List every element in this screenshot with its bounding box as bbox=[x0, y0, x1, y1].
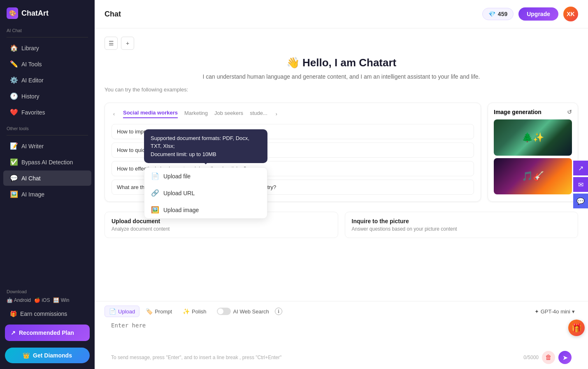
android-link[interactable]: 🤖 Android bbox=[7, 297, 31, 303]
share-float-button[interactable]: ↗ bbox=[573, 161, 588, 175]
model-sparkle-icon: ✦ bbox=[535, 308, 539, 315]
header-right: 💎 459 Upgrade XK bbox=[482, 7, 578, 21]
tab-social-media[interactable]: Social media workers bbox=[123, 110, 178, 118]
info-icon[interactable]: ℹ bbox=[275, 308, 282, 315]
ai-chat-icon: 💬 bbox=[10, 174, 17, 182]
other-tools-label: Other tools bbox=[0, 120, 95, 133]
sidebar-item-ai-image[interactable]: 🖼️ AI Image bbox=[3, 187, 91, 202]
avatar[interactable]: XK bbox=[563, 7, 578, 21]
chat-toolbar: ☰ + bbox=[105, 37, 578, 50]
list-view-button[interactable]: ☰ bbox=[105, 37, 118, 50]
doc-card-title-1: Upload document bbox=[112, 218, 331, 224]
model-selector[interactable]: ✦ GPT-4o mini ▾ bbox=[531, 306, 578, 317]
upload-url-option[interactable]: 🔗 Upload URL bbox=[144, 184, 267, 201]
recommended-plan-button[interactable]: ↗ Recommended Plan bbox=[5, 325, 90, 341]
welcome-text: Hello, I am Chatart bbox=[302, 56, 396, 69]
sidebar-item-label: AI Image bbox=[21, 191, 44, 198]
ios-link[interactable]: 🍎 iOS bbox=[34, 297, 50, 303]
send-button[interactable]: ➤ bbox=[558, 351, 572, 364]
inquire-picture-card[interactable]: Inquire to the picture Answer questions … bbox=[345, 212, 579, 238]
generated-image-2[interactable] bbox=[494, 158, 572, 194]
welcome-emoji: 👋 bbox=[286, 56, 300, 69]
right-float-buttons: ↗ ✉ 💬 bbox=[573, 161, 588, 208]
char-count: 0/5000 bbox=[523, 355, 539, 360]
tab-prev-arrow[interactable]: ‹ bbox=[112, 111, 116, 117]
polish-tab-icon: ✨ bbox=[183, 308, 190, 315]
sidebar-item-label: AI Editor bbox=[21, 77, 44, 84]
gift-float-button[interactable]: 🎁 bbox=[568, 320, 585, 336]
app-name: ChatArt bbox=[21, 9, 49, 18]
tab-students[interactable]: stude... bbox=[250, 110, 267, 118]
upload-file-icon: 📄 bbox=[151, 172, 159, 180]
credits-badge[interactable]: 💎 459 bbox=[482, 8, 514, 20]
sidebar-item-ai-tools[interactable]: ✏️ AI Tools bbox=[3, 56, 91, 72]
upload-url-icon: 🔗 bbox=[151, 189, 159, 197]
tab-marketing[interactable]: Marketing bbox=[184, 110, 208, 118]
upload-tab-label: Upload bbox=[118, 308, 135, 315]
recommended-plan-label: Recommended Plan bbox=[19, 329, 74, 336]
sidebar-item-label: Favorites bbox=[21, 109, 45, 116]
credits-count: 459 bbox=[498, 11, 507, 17]
tab-job-seekers[interactable]: Job seekers bbox=[214, 110, 243, 118]
sidebar-item-ai-chat[interactable]: 💬 AI Chat bbox=[3, 170, 91, 186]
win-link[interactable]: 🪟 Win bbox=[53, 297, 69, 303]
main-content: Chat 💎 459 Upgrade XK ☰ + 👋 Hello, I am … bbox=[95, 0, 588, 369]
bypass-ai-icon: ✅ bbox=[10, 158, 17, 166]
sidebar-item-bypass-ai[interactable]: ✅ Bypass AI Detection bbox=[3, 154, 91, 170]
discord-float-button[interactable]: 💬 bbox=[573, 194, 588, 208]
ai-image-icon: 🖼️ bbox=[10, 190, 17, 198]
sidebar-divider-2 bbox=[7, 135, 88, 135]
favorites-icon: ❤️ bbox=[10, 108, 17, 116]
history-icon: 🕐 bbox=[10, 92, 17, 100]
ai-tools-icon: ✏️ bbox=[10, 60, 17, 68]
bottom-tabs: 📄 Upload 🏷️ Prompt ✨ Polish AI Web Searc… bbox=[105, 301, 578, 317]
upload-image-option[interactable]: 🖼️ Upload image bbox=[144, 201, 267, 218]
sidebar-item-favorites[interactable]: ❤️ Favorites bbox=[3, 105, 91, 120]
sidebar-item-label: AI Tools bbox=[21, 61, 42, 68]
welcome-subtitle: I can understand human language and gene… bbox=[198, 73, 486, 80]
ai-writer-icon: 📝 bbox=[10, 142, 17, 150]
upload-file-option[interactable]: 📄 Upload file bbox=[144, 168, 267, 184]
image-gen-title: Image generation bbox=[494, 109, 542, 115]
generated-image-1[interactable] bbox=[494, 119, 572, 156]
get-diamonds-button[interactable]: 👑 Get Diamonds bbox=[5, 348, 90, 363]
new-chat-button[interactable]: + bbox=[121, 37, 134, 50]
clear-input-button[interactable]: 🗑 bbox=[542, 351, 555, 364]
upload-url-label: Upload URL bbox=[163, 190, 195, 196]
polish-tab-label: Polish bbox=[192, 308, 206, 315]
app-logo[interactable]: 🎨 ChatArt bbox=[0, 0, 95, 25]
upload-tab[interactable]: 📄 Upload bbox=[105, 306, 139, 317]
prompt-tab-label: Prompt bbox=[155, 308, 172, 315]
header: Chat 💎 459 Upgrade XK bbox=[95, 0, 588, 28]
sidebar-item-label: AI Chat bbox=[21, 175, 41, 182]
refresh-icon[interactable]: ↺ bbox=[567, 109, 572, 115]
header-title: Chat bbox=[105, 10, 121, 19]
sidebar-item-history[interactable]: 🕐 History bbox=[3, 89, 91, 104]
example-tabs: ‹ Social media workers Marketing Job see… bbox=[112, 110, 474, 118]
prompt-tab-icon: 🏷️ bbox=[146, 308, 153, 315]
ai-web-search-toggle[interactable]: AI Web Search bbox=[213, 306, 273, 317]
upload-image-label: Upload image bbox=[163, 207, 199, 213]
upgrade-button[interactable]: Upgrade bbox=[518, 7, 558, 21]
ai-web-search-label: AI Web Search bbox=[233, 308, 269, 315]
earn-label: Earn commissions bbox=[20, 311, 67, 317]
chat-body: ☰ + 👋 Hello, I am Chatart I can understa… bbox=[95, 28, 588, 301]
sidebar-item-ai-editor[interactable]: ⚙️ AI Editor bbox=[3, 72, 91, 88]
chat-bottom: 📄 Upload 🏷️ Prompt ✨ Polish AI Web Searc… bbox=[95, 301, 588, 369]
input-actions: 0/5000 🗑 ➤ bbox=[523, 351, 572, 364]
sidebar-item-library[interactable]: 🏠 Library bbox=[3, 40, 91, 56]
credits-icon: 💎 bbox=[488, 11, 495, 17]
prompt-tab[interactable]: 🏷️ Prompt bbox=[141, 306, 177, 317]
image-gen-header: Image generation ↺ bbox=[494, 109, 572, 115]
upload-tab-icon: 📄 bbox=[109, 308, 116, 315]
upload-dropdown-container: Supported document formats: PDF, Docx, T… bbox=[144, 129, 267, 219]
sidebar-item-label: Bypass AI Detection bbox=[21, 159, 73, 166]
polish-tab[interactable]: ✨ Polish bbox=[178, 306, 211, 317]
tab-next-arrow[interactable]: › bbox=[274, 111, 279, 117]
chat-input[interactable] bbox=[105, 317, 578, 346]
input-footer: To send message, press "Enter", and to i… bbox=[105, 348, 578, 369]
earn-commissions-item[interactable]: 🎁 Earn commissions bbox=[3, 307, 91, 321]
sidebar-item-ai-writer[interactable]: 📝 AI Writer bbox=[3, 138, 91, 154]
toggle-switch-control[interactable] bbox=[217, 308, 231, 315]
email-float-button[interactable]: ✉ bbox=[573, 177, 588, 192]
